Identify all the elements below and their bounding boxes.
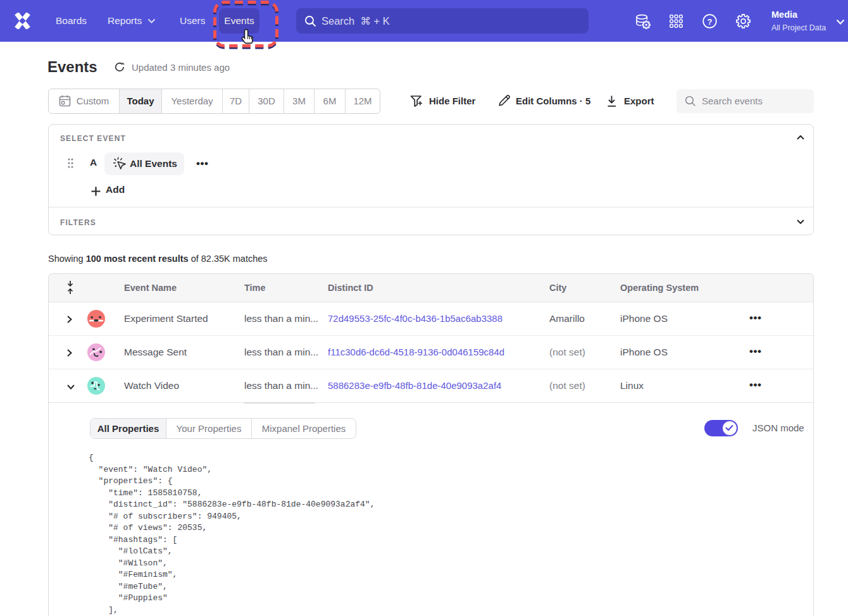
svg-text:?: ? — [708, 17, 713, 27]
